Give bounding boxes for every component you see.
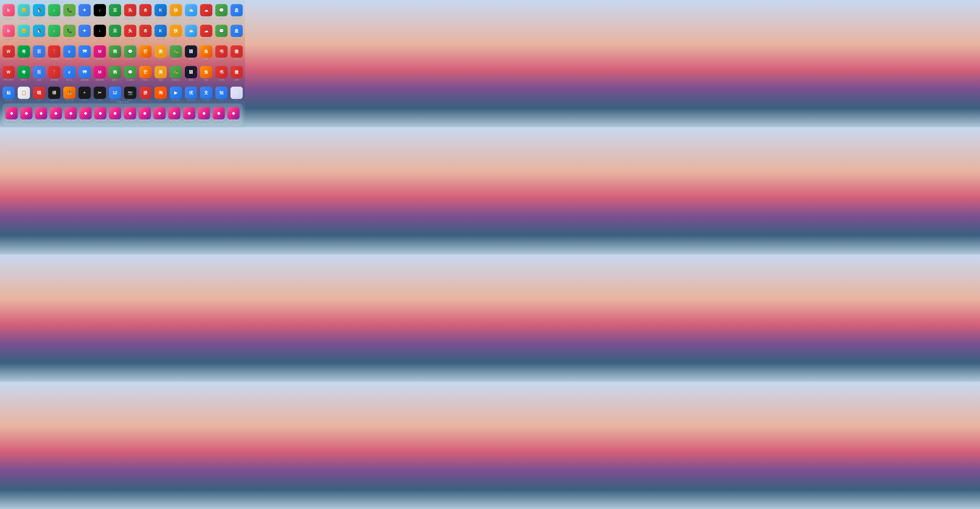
app-item-tubiao5[interactable]: ◆图标小咖秀 <box>63 106 78 123</box>
app-icon-bilibili: b <box>3 4 15 16</box>
app-icon-toutiao: 头 <box>124 4 136 16</box>
app-icon-baidupan: 盘 <box>231 4 243 16</box>
app-icon-calculator: ÷ <box>78 87 91 99</box>
app-item-tubiao15[interactable]: ◆图标小咖秀 <box>212 106 226 123</box>
app-icon-douyin: ♪ <box>94 4 106 16</box>
app-icon-dingding2: ✈ <box>78 25 91 37</box>
app-label-tubiao11: 图标小咖秀 <box>154 120 165 123</box>
app-icon-qq: 🐧 <box>33 4 45 16</box>
app-icon-tubiao12: ◆ <box>168 107 180 119</box>
app-icon-mangotv: 芒 <box>139 45 151 57</box>
app-icon-phone: 📞 <box>63 4 76 16</box>
app-label-tubiao7: 图标小咖秀 <box>95 120 105 123</box>
app-icon-pinduoduo: 拼 <box>139 87 151 99</box>
app-icon-kugou: K <box>154 4 167 16</box>
app-label-tubiao8: 图标小咖秀 <box>110 120 120 123</box>
app-icon-tengxunvideo: ▶ <box>170 87 182 99</box>
app-label-tubiao2: 图标小咖秀 <box>21 120 31 123</box>
app-item-tubiao9[interactable]: ◆图标小咖秀 <box>123 106 137 123</box>
app-icon-baidutieba: 贴 <box>3 87 15 99</box>
app-label-tubiao12: 图标小咖秀 <box>169 120 180 123</box>
app-item-tubiao6[interactable]: ◆图标小咖秀 <box>78 106 93 123</box>
app-icon-meituanwm: 🛵 <box>170 45 182 57</box>
app-item-tubiao7[interactable]: ◆图标小咖秀 <box>93 106 108 123</box>
app-icon-dewu: 得 <box>48 87 60 99</box>
app-icon-tubiao4: ◆ <box>50 107 62 119</box>
app-label-tubiao3: 图标小咖秀 <box>36 120 46 123</box>
app-icon-hanjutv: 韩 <box>109 45 121 57</box>
app-item-tubiao11[interactable]: ◆图标小咖秀 <box>152 106 167 123</box>
app-icon-wechat: 💬 <box>215 4 228 16</box>
app-icon-iqiyi: 奇 <box>18 45 30 57</box>
app-icon-meituan: 美 <box>154 45 167 57</box>
app-icon-baidu: 百 <box>33 45 45 57</box>
app-icon-phone2: 📞 <box>63 25 76 37</box>
app-icon-meitu2: M <box>94 66 106 78</box>
app-icon-gaodemap: 🗺 <box>78 45 91 57</box>
app-item-tubiao1[interactable]: ◆图标小咖秀 <box>4 106 19 123</box>
app-icon-tubiao8: ◆ <box>109 107 121 119</box>
app-item-tubiao12[interactable]: ◆图标小咖秀 <box>167 106 182 123</box>
app-label-tubiao14: 图标小咖秀 <box>199 120 209 123</box>
app-icon-youku: 优 <box>185 87 197 99</box>
app-label-tubiao16: 图标小咖秀 <box>228 120 239 123</box>
app-icon-xiaohongshu: 书 <box>215 45 228 57</box>
app-label-tubiao4: 图标小咖秀 <box>51 120 61 123</box>
app-icon-weather: ⛅ <box>185 4 197 16</box>
app-icon-tuku2: 🖼 <box>185 66 197 78</box>
app-item-tubiao4[interactable]: ◆图标小咖秀 <box>49 106 63 123</box>
app-icon-qiyeweixin: 💬 <box>124 45 136 57</box>
app-icon-gaodemap2: 🗺 <box>78 66 91 78</box>
app-icon-weather2: ⛅ <box>185 25 197 37</box>
app-icon-meitu: M <box>94 45 106 57</box>
app-item-tubiao13[interactable]: ◆图标小咖秀 <box>182 106 196 123</box>
app-icon-baidu2: 百 <box>33 66 45 78</box>
app-icon-weibo2: 微 <box>231 66 243 78</box>
app-item-tubiao16[interactable]: ◆图标小咖秀 <box>226 106 241 123</box>
app-icon-tubiao7: ◆ <box>94 107 107 119</box>
app-icon-tubiao13: ◆ <box>183 107 195 119</box>
app-item-tubiao2[interactable]: ◆图标小咖秀 <box>19 106 33 123</box>
app-icon-dingding: ✈ <box>78 4 91 16</box>
app-icon-mangotv2: 芒 <box>139 66 151 78</box>
app-icon-qq2: 🐧 <box>33 25 45 37</box>
app-item-tubiao8[interactable]: ◆图标小咖秀 <box>108 106 123 123</box>
app-label-tubiao6: 图标小咖秀 <box>80 120 91 123</box>
app-icon-eleme: e <box>63 45 76 57</box>
app-icon-douban: 豆 <box>109 4 121 16</box>
app-icon-jd: 🐶 <box>139 4 151 16</box>
app-icon-alipay: 支 <box>200 87 212 99</box>
app-icon-qqmusic2: ♪ <box>48 25 60 37</box>
app-label-tubiao9: 图标小咖秀 <box>125 120 135 123</box>
app-icon-kuaishou: 快 <box>170 4 182 16</box>
app-icon-neteasemusic: ☁ <box>200 4 212 16</box>
app-icon-baidupan2: 盘 <box>231 25 243 37</box>
app-icon-tubiao5: ◆ <box>65 107 77 119</box>
app-icon-tubiao14: ◆ <box>198 107 210 119</box>
app-icon-huyazhibo: 🐯 <box>63 87 76 99</box>
app-icon-tubiao15: ◆ <box>213 107 225 119</box>
app-icon-faceu2: 😊 <box>18 25 30 37</box>
app-icon-wechat2: 💬 <box>215 25 228 37</box>
app-icon-faceu: 😊 <box>18 4 30 16</box>
app-icon-xianyu2: 鱼 <box>200 66 212 78</box>
app-icon-taobao: 淘 <box>154 87 167 99</box>
home-screen: b哔哩哔哩😊Faceu激萌🐧QQ♪QQ音乐📞电话✈钉钉♪抖音豆豆瓣头今日头条极速… <box>0 0 245 127</box>
app-icon-camera: 📷 <box>124 87 136 99</box>
app-icon-tubiao11: ◆ <box>153 107 165 119</box>
app-icon-tuku: 🖼 <box>185 45 197 57</box>
app-icon-bilibili2: b <box>3 25 15 37</box>
app-item-tubiao3[interactable]: ◆图标小咖秀 <box>34 106 49 123</box>
app-label-tubiao10: 图标小咖秀 <box>140 120 150 123</box>
app-icon-tubiao3: ◆ <box>35 107 47 119</box>
app-icon-notepad: 📋 <box>18 87 30 99</box>
app-icon-xiaohongshu2: 书 <box>215 66 228 78</box>
app-item-tubiao10[interactable]: ◆图标小咖秀 <box>137 106 152 123</box>
app-icon-wps2: W <box>3 66 15 78</box>
app-label-tubiao1: 图标小咖秀 <box>6 120 17 123</box>
app-icon-douyin2: ♪ <box>94 25 106 37</box>
app-icon-tubiao10: ◆ <box>138 107 151 119</box>
app-icon-wps: W <box>3 45 15 57</box>
app-icon-jd2: 🐶 <box>139 25 151 37</box>
app-item-tubiao14[interactable]: ◆图标小咖秀 <box>196 106 211 123</box>
